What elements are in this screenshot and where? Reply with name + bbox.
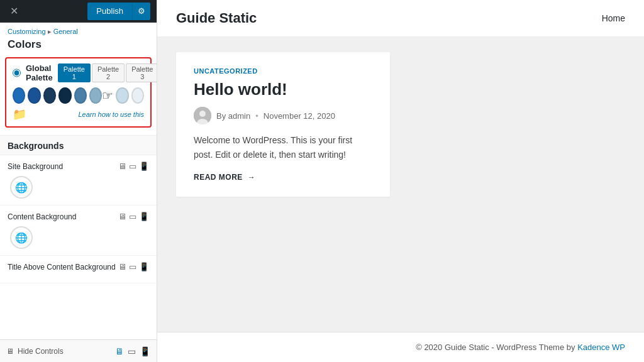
close-button[interactable]: ✕ xyxy=(6,4,21,19)
title-background-header: Title Above Content Background 🖥 ▭ 📱 xyxy=(8,262,149,272)
mobile-icon-2[interactable]: 📱 xyxy=(139,212,149,221)
author-label: By admin xyxy=(216,111,250,121)
breadcrumb-separator: ▸ xyxy=(48,28,53,35)
post-card: UNCATEGORIZED Hello world! By admin • No… xyxy=(176,52,390,197)
bottom-bar: 🖥 Hide Controls 🖥 ▭ 📱 xyxy=(0,339,157,362)
site-background-item: Site Background 🖥 ▭ 📱 🌐 xyxy=(0,155,157,206)
breadcrumb-customizing[interactable]: Customizing xyxy=(8,28,46,35)
tablet-icon[interactable]: ▭ xyxy=(129,162,136,171)
read-more-label: READ MORE xyxy=(194,173,243,182)
breadcrumb: Customizing ▸ General xyxy=(0,23,157,37)
content-background-header: Content Background 🖥 ▭ 📱 xyxy=(8,212,149,221)
title-background-item: Title Above Content Background 🖥 ▭ 📱 xyxy=(0,256,157,283)
site-title: Guide Static xyxy=(176,10,257,26)
meta-dot: • xyxy=(255,111,258,121)
bottom-mobile-icon[interactable]: 📱 xyxy=(140,346,150,356)
swatch-6[interactable] xyxy=(116,87,128,104)
title-background-label: Title Above Content Background xyxy=(8,263,116,272)
palette-tab-3[interactable]: Palette 3 xyxy=(126,63,157,82)
palette-header: Global Palette Palette 1 Palette 2 Palet… xyxy=(13,63,144,82)
palette-label: Global Palette xyxy=(26,63,53,82)
post-category: UNCATEGORIZED xyxy=(194,67,372,75)
site-background-label: Site Background xyxy=(8,162,63,171)
read-more-link[interactable]: READ MORE → xyxy=(194,173,372,182)
desktop-icon[interactable]: 🖥 xyxy=(118,162,126,171)
swatch-5[interactable] xyxy=(89,87,102,104)
hand-cursor-icon: ☞ xyxy=(102,89,113,102)
site-body: UNCATEGORIZED Hello world! By admin • No… xyxy=(157,37,644,332)
site-header: Guide Static Home xyxy=(157,0,644,37)
post-excerpt: Welcome to WordPress. This is your first… xyxy=(194,133,372,162)
post-date: November 12, 2020 xyxy=(264,111,335,121)
color-swatches: ☞ xyxy=(13,87,144,104)
panel-title: Colors xyxy=(0,37,157,57)
read-more-arrow: → xyxy=(248,173,256,182)
publish-area: Publish ⚙ xyxy=(87,3,150,20)
customizer-panel: ✕ Publish ⚙ Customizing ▸ General Colors… xyxy=(0,0,157,362)
svg-point-1 xyxy=(199,111,206,117)
tablet-icon-3[interactable]: ▭ xyxy=(129,262,136,272)
global-palette-radio[interactable] xyxy=(13,69,21,77)
content-background-label: Content Background xyxy=(8,212,76,221)
site-background-globe-button[interactable]: 🌐 xyxy=(10,176,33,199)
mobile-icon[interactable]: 📱 xyxy=(139,162,149,171)
mobile-icon-3[interactable]: 📱 xyxy=(139,262,149,272)
palette-tab-1[interactable]: Palette 1 xyxy=(58,63,91,82)
footer-text: © 2020 Guide Static - WordPress Theme by xyxy=(416,343,577,352)
hide-controls-icon: 🖥 xyxy=(6,347,14,356)
post-meta: By admin • November 12, 2020 xyxy=(194,107,372,124)
swatch-2[interactable] xyxy=(43,87,56,104)
global-palette-box: Global Palette Palette 1 Palette 2 Palet… xyxy=(5,57,152,128)
tablet-icon-2[interactable]: ▭ xyxy=(129,212,136,221)
backgrounds-section-heading: Backgrounds xyxy=(0,135,157,155)
author-avatar xyxy=(194,107,211,124)
site-background-header: Site Background 🖥 ▭ 📱 xyxy=(8,162,149,171)
swatch-1[interactable] xyxy=(28,87,40,104)
hide-controls[interactable]: 🖥 Hide Controls xyxy=(6,347,64,356)
palette-tab-2[interactable]: Palette 2 xyxy=(92,63,125,82)
panel-scrollable-content: Global Palette Palette 1 Palette 2 Palet… xyxy=(0,57,157,362)
swatch-0[interactable] xyxy=(13,87,25,104)
swatch-4[interactable] xyxy=(74,87,87,104)
content-background-globe-button[interactable]: 🌐 xyxy=(10,226,33,249)
learn-link[interactable]: Learn how to use this xyxy=(78,111,144,118)
bottom-device-icons: 🖥 ▭ 📱 xyxy=(115,346,150,356)
folder-icon-button[interactable]: 📁 xyxy=(13,107,26,121)
site-nav[interactable]: Home xyxy=(602,13,625,23)
breadcrumb-general[interactable]: General xyxy=(53,28,78,35)
publish-gear-button[interactable]: ⚙ xyxy=(132,3,150,20)
content-background-device-icons: 🖥 ▭ 📱 xyxy=(118,212,149,221)
top-bar: ✕ Publish ⚙ xyxy=(0,0,157,23)
post-title: Hello world! xyxy=(194,80,372,99)
desktop-icon-2[interactable]: 🖥 xyxy=(118,212,126,221)
desktop-icon-3[interactable]: 🖥 xyxy=(118,262,126,272)
site-background-device-icons: 🖥 ▭ 📱 xyxy=(118,162,149,171)
content-background-item: Content Background 🖥 ▭ 📱 🌐 xyxy=(0,206,157,256)
bottom-tablet-icon[interactable]: ▭ xyxy=(128,346,136,356)
palette-footer: 📁 Learn how to use this xyxy=(13,107,144,121)
title-background-device-icons: 🖥 ▭ 📱 xyxy=(118,262,149,272)
swatch-7[interactable] xyxy=(131,87,144,104)
publish-button[interactable]: Publish xyxy=(87,3,132,20)
palette-tabs: Palette 1 Palette 2 Palette 3 xyxy=(58,63,157,82)
footer-link[interactable]: Kadence WP xyxy=(577,343,625,352)
hide-controls-label: Hide Controls xyxy=(18,347,64,356)
swatch-3[interactable] xyxy=(58,87,71,104)
preview-panel: Guide Static Home UNCATEGORIZED Hello wo… xyxy=(157,0,644,362)
site-footer: © 2020 Guide Static - WordPress Theme by… xyxy=(157,332,644,362)
bottom-desktop-icon[interactable]: 🖥 xyxy=(115,346,124,356)
